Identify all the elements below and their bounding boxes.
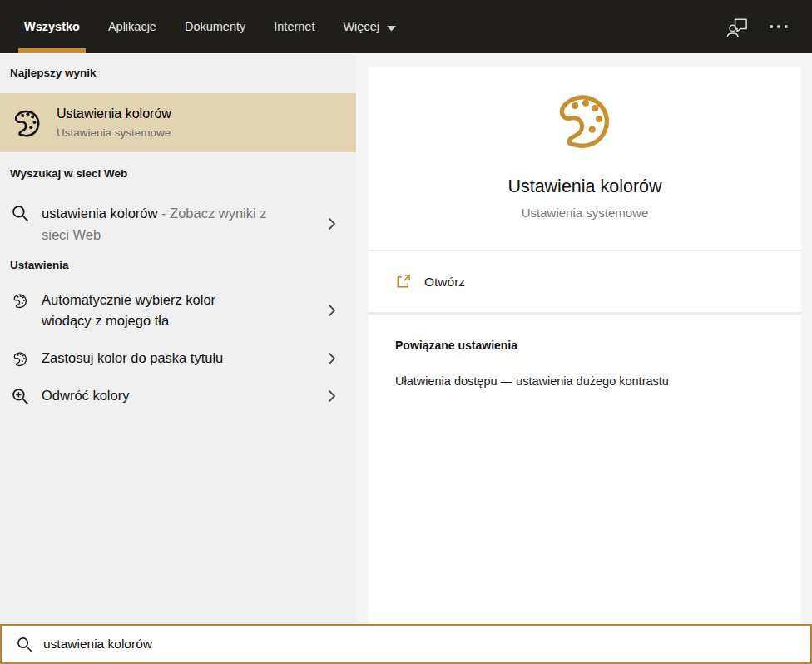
results-panel: Najlepszy wynik Ustawienia kolorów Ustaw…	[0, 53, 356, 664]
settings-header: Ustawienia	[0, 252, 356, 281]
topbar: Wszystko Aplikacje Dokumenty Internet Wi…	[0, 0, 812, 53]
search-filter-tabs: Wszystko Aplikacje Dokumenty Internet Wi…	[18, 0, 418, 53]
result-subtitle: Ustawienia systemowe	[57, 126, 171, 139]
tab-aplikacje[interactable]: Aplikacje	[102, 0, 162, 53]
tab-label: Aplikacje	[108, 20, 156, 33]
open-external-icon	[395, 274, 411, 290]
open-label: Otwórz	[424, 275, 465, 290]
feedback-icon[interactable]	[726, 16, 749, 38]
open-action[interactable]: Otwórz	[369, 251, 801, 312]
chevron-right-icon	[328, 389, 336, 403]
preview-panel: Ustawienia kolorów Ustawienia systemowe …	[356, 53, 812, 664]
chevron-down-icon	[387, 21, 396, 34]
web-query: ustawienia kolorów	[42, 206, 157, 221]
best-match-header: Najlepszy wynik	[0, 54, 356, 93]
preview-title: Ustawienia kolorów	[369, 176, 801, 197]
tab-internet[interactable]: Internet	[268, 0, 320, 53]
tab-label: Dokumenty	[185, 20, 245, 33]
preview-subtitle: Ustawienia systemowe	[369, 206, 801, 220]
preview-hero: Ustawienia kolorów Ustawienia systemowe	[369, 67, 801, 250]
more-options-icon[interactable]	[769, 23, 789, 30]
related-settings-header: Powiązane ustawienia	[395, 339, 775, 352]
search-icon	[12, 205, 29, 222]
result-title: Ustawienia kolorów	[57, 107, 171, 121]
preview-card: Ustawienia kolorów Ustawienia systemowe …	[369, 67, 801, 660]
web-search-header: Wyszukaj w sieci Web	[0, 152, 356, 191]
palette-icon	[552, 87, 618, 154]
palette-icon	[12, 350, 29, 368]
chevron-right-icon	[328, 352, 336, 365]
settings-item-auto-accent-color[interactable]: Automatycznie wybierz kolor wiodący z mo…	[0, 281, 356, 339]
tab-label: Internet	[274, 20, 314, 33]
tab-wiecej[interactable]: Więcej	[337, 0, 402, 53]
tab-label: Wszystko	[24, 20, 80, 33]
zoom-in-icon	[12, 388, 29, 405]
settings-item-label: Odwróć kolory	[42, 385, 129, 406]
search-bar	[0, 624, 812, 664]
palette-icon	[12, 292, 29, 310]
chevron-right-icon	[328, 217, 336, 230]
settings-item-label: Automatycznie wybierz kolor wiodący z mo…	[42, 290, 262, 331]
search-results-area: Najlepszy wynik Ustawienia kolorów Ustaw…	[0, 53, 812, 664]
search-icon	[17, 637, 32, 652]
chevron-right-icon	[328, 304, 336, 317]
settings-item-label: Zastosuj kolor do paska tytułu	[42, 348, 223, 369]
best-match-text: Ustawienia kolorów Ustawienia systemowe	[57, 107, 171, 139]
palette-icon	[11, 107, 44, 140]
settings-item-invert-colors[interactable]: Odwróć kolory	[0, 377, 356, 414]
settings-item-title-bar-color[interactable]: Zastosuj kolor do paska tytułu	[0, 339, 356, 377]
tab-wszystko[interactable]: Wszystko	[18, 0, 86, 53]
topbar-actions	[726, 0, 812, 53]
tab-label: Więcej	[343, 20, 379, 33]
search-input[interactable]	[43, 637, 810, 652]
web-search-text: ustawienia kolorów - Zobacz wyniki z sie…	[42, 202, 293, 245]
related-item-high-contrast[interactable]: Ułatwienia dostępu — ustawienia dużego k…	[395, 374, 775, 388]
best-match-item[interactable]: Ustawienia kolorów Ustawienia systemowe	[0, 93, 356, 152]
web-search-item[interactable]: ustawienia kolorów - Zobacz wyniki z sie…	[0, 191, 356, 252]
related-settings-section: Powiązane ustawienia Ułatwienia dostępu …	[369, 315, 801, 412]
windows-search-flyout: Wszystko Aplikacje Dokumenty Internet Wi…	[0, 0, 812, 664]
tab-dokumenty[interactable]: Dokumenty	[179, 0, 251, 53]
